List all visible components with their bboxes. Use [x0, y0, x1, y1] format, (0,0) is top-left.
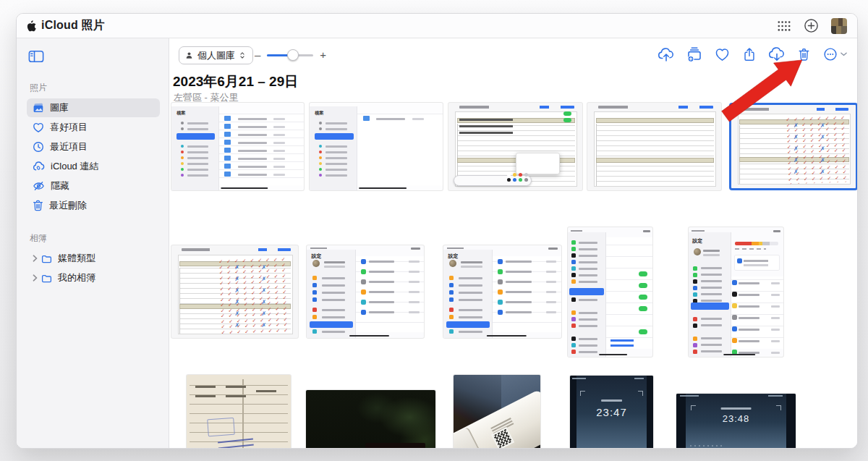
mock-popup-toggles	[563, 111, 571, 116]
mock-settings-icons	[693, 266, 697, 271]
mock-battery	[643, 230, 650, 232]
sidebar-item-label: 媒體類型	[58, 252, 95, 265]
mock-lock-clock: 23:48	[723, 413, 750, 424]
mock-blue-crossmarks: ✗ ✗ ✗ ✗ ✗ ✗ ✗ ✗ ✗ ✗ ✗ ✗ ✗ ✗ ✗ ✗ ✗ ✗ ✗ ✗ …	[793, 120, 849, 180]
sidebar-item-favorites[interactable]: 喜好項目	[27, 118, 160, 137]
account-avatar[interactable]	[831, 18, 847, 34]
mock-folder-icon	[363, 116, 370, 121]
sidebar-item-recents[interactable]: 最近項目	[27, 138, 160, 156]
mock-home-indicator	[723, 354, 756, 355]
apple-logo-icon	[27, 20, 36, 32]
mock-markup-toolbar	[454, 175, 531, 186]
mock-table-rows	[596, 124, 660, 186]
mock-statusbar	[680, 395, 699, 397]
sidebar-item-label: 最近項目	[50, 140, 88, 153]
mock-folder-icons	[224, 116, 231, 121]
mock-sidebar-rows	[187, 122, 208, 124]
sidebar-item-my-albums[interactable]: 我的相簿	[27, 268, 160, 287]
mock-files-title: 檔案	[176, 110, 185, 117]
photo-thumbnail-settings-storage[interactable]: 設定	[307, 245, 424, 338]
mock-popup-menu	[516, 153, 560, 174]
mock-detail-pane	[731, 276, 783, 349]
mock-account-name	[461, 261, 482, 263]
mock-detail-pane	[356, 256, 424, 332]
photo-thumbnail-files-2[interactable]: 檔案	[310, 103, 443, 190]
photo-thumbnail-lockscreen-1[interactable]: 23:47	[570, 376, 653, 449]
photo-thumbnail-files-1[interactable]: 檔案	[171, 103, 304, 190]
mock-statusbar-icons	[634, 378, 644, 379]
mock-files-title: 檔案	[315, 110, 323, 117]
mock-form-lines	[190, 379, 287, 449]
mock-card-icon	[737, 258, 742, 263]
mock-detail-rows	[506, 261, 532, 263]
mock-sidebar	[310, 106, 357, 190]
mock-home-indicator	[599, 354, 628, 355]
photo-thumbnail-checklist-blank[interactable]	[587, 103, 721, 190]
sidebar-item-library[interactable]: 圖庫	[27, 98, 160, 117]
photo-thumbnail-checklist-markup[interactable]	[448, 103, 582, 190]
mock-table-grid	[660, 124, 714, 186]
add-icon[interactable]	[804, 18, 819, 33]
mock-table-header	[596, 158, 714, 163]
sidebar-item-icloud-links[interactable]: iCloud 連結	[27, 157, 160, 176]
mock-statusbar	[692, 230, 705, 232]
sidebar-item-label: 最近刪除	[49, 199, 87, 212]
mock-blue-crossmarks: ✗ ✗ ✗ ✗ ✗ ✗ ✗ ✗ ✗ ✗ ✗ ✗ ✗ ✗ ✗ ✗ ✗ ✗ ✗ ✗ …	[235, 262, 292, 329]
sidebar: 照片 圖庫 喜好項目 最近項目	[17, 38, 169, 449]
chevron-right-icon[interactable]	[33, 255, 38, 262]
mock-doc-titlebar	[182, 248, 291, 251]
photo-thumbnail-bottle-qr[interactable]	[454, 375, 540, 449]
app-title-text: iCloud 照片	[41, 18, 105, 33]
photo-thumbnail-checklist-marked[interactable]: ✓ ✓ ✓ ✓ ✓ ✓ ✓ ✓ ✓ ✓ ✓ ✓ ✓ ✓ ✓ ✓ ✓ ✓ ✓ ✓ …	[171, 245, 298, 338]
mock-selected-row	[691, 303, 730, 310]
mock-corner-bracket	[638, 391, 643, 396]
eye-slash-icon	[33, 181, 45, 191]
sidebar-item-hidden[interactable]: 隱藏	[27, 177, 160, 195]
sidebar-item-media-types[interactable]: 媒體類型	[27, 249, 160, 268]
mock-file-date	[412, 118, 425, 120]
mock-detail-rows	[369, 261, 395, 263]
mock-lock-clock: 23:47	[596, 406, 627, 418]
mock-storage-bar	[735, 242, 778, 245]
mock-settings-title: 設定	[448, 253, 459, 260]
chevron-right-icon[interactable]	[33, 274, 38, 282]
folder-icon	[41, 274, 52, 283]
photo-thumbnail-settings-toggles[interactable]	[568, 227, 652, 357]
mock-detail-icons	[732, 280, 737, 285]
mock-selected-row	[446, 321, 490, 328]
mock-file-names	[238, 118, 267, 120]
mock-account-avatar	[694, 248, 701, 255]
mock-popup-rows	[459, 119, 513, 121]
mock-account-name	[324, 261, 345, 263]
photo-thumbnail-paper-receipt[interactable]	[187, 375, 291, 449]
mock-settings-icons	[449, 276, 454, 280]
sidebar-item-label: iCloud 連結	[51, 160, 98, 173]
photo-thumbnail-settings-apps[interactable]: 設定	[443, 245, 561, 338]
mock-detail-values	[771, 282, 780, 284]
mock-doc-titlebar	[741, 108, 848, 111]
mock-selected-row	[569, 288, 604, 295]
app-title: iCloud 照片	[27, 18, 105, 33]
photo-thumbnail-night-clock[interactable]: 01:10	[306, 390, 435, 449]
mock-black-bar	[676, 394, 686, 449]
mock-settings-icons	[312, 276, 317, 280]
mock-black-bar	[786, 394, 796, 449]
mock-corner-bracket	[691, 405, 696, 410]
sidebar-item-recently-deleted[interactable]: 最近刪除	[27, 196, 160, 215]
mock-selected-row	[315, 133, 353, 140]
icloud-photos-window: iCloud 照片 照片	[16, 13, 858, 449]
mock-card-rows	[744, 260, 768, 262]
mock-detail-rows	[739, 282, 760, 284]
heart-icon	[33, 122, 44, 133]
trash-small-icon	[33, 200, 43, 211]
mock-detail-icons	[361, 259, 366, 264]
photo-thumbnail-settings-storage-bar[interactable]: 設定	[689, 227, 783, 357]
photo-thumbnail-lockscreen-2[interactable]: 23:48	[676, 394, 796, 449]
mock-clock-panel	[365, 443, 425, 449]
cloud-link-icon	[33, 161, 45, 172]
mock-statusbar-icons	[768, 395, 783, 397]
mock-file-list	[357, 114, 443, 185]
sidebar-toggle-icon[interactable]	[28, 50, 44, 63]
apps-grid-icon[interactable]	[777, 20, 791, 32]
photo-thumbnail-checklist-marked-selected[interactable]: ✓ ✓ ✓ ✓ ✓ ✓ ✓ ✓ ✓ ✓ ✓ ✓ ✓ ✓ ✓ ✓ ✓ ✓ ✓ ✓ …	[729, 103, 857, 190]
